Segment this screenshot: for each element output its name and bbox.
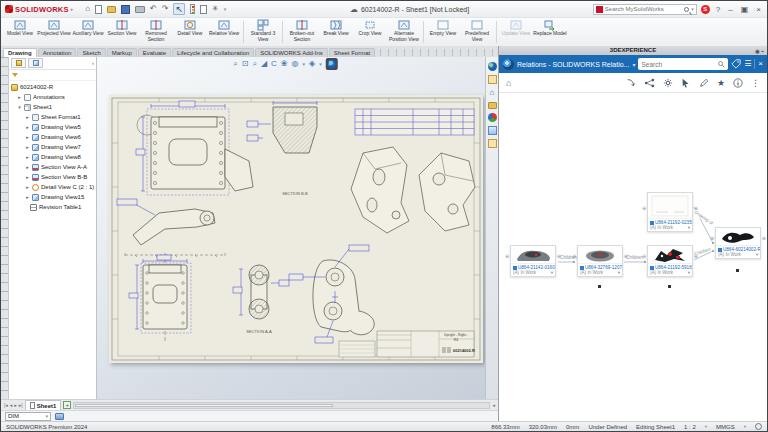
last-sheet-button[interactable]: ▸|: [19, 402, 23, 408]
select-tool-button[interactable]: ↖: [173, 3, 185, 15]
relation-node-1[interactable]: ⊕ ⊕ U864-21142-01605 (A) In Work▾: [510, 245, 556, 277]
home-icon[interactable]: ⌂: [506, 77, 511, 89]
first-sheet-button[interactable]: |◂: [4, 402, 8, 408]
more-options-kebab-icon[interactable]: ⋮: [751, 77, 760, 89]
broken-out-section-button[interactable]: Broken-out Section: [285, 18, 319, 46]
close-button[interactable]: ×: [754, 5, 763, 14]
tree-item-section-view-aa[interactable]: ▸Section View A-A: [9, 162, 96, 172]
favorite-star-icon[interactable]: ★: [717, 77, 725, 89]
select-cursor-icon[interactable]: [681, 78, 691, 88]
standard-3-view-button[interactable]: Standard 3 View: [246, 18, 280, 46]
help-button[interactable]: ?: [714, 5, 722, 14]
expand-icon[interactable]: ▸: [25, 174, 30, 180]
info-icon[interactable]: [733, 78, 743, 88]
tree-item-drawing-view7[interactable]: ▸Drawing View7: [9, 142, 96, 152]
3dexperience-toggle-button[interactable]: [326, 58, 338, 70]
minimize-button[interactable]: –: [726, 5, 734, 14]
rebuild-button[interactable]: [190, 4, 195, 14]
propertymanager-tab[interactable]: [28, 58, 43, 68]
panel-expand-icon[interactable]: ›: [92, 60, 94, 66]
tree-item-section-view-bb[interactable]: ▸Section View B-B: [9, 172, 96, 182]
custom-properties-icon[interactable]: [488, 139, 497, 148]
options-button[interactable]: ✳: [212, 5, 219, 13]
tree-item-drawing-view8[interactable]: ▸Drawing View8: [9, 152, 96, 162]
tree-item-annotations[interactable]: ▸Annotations: [9, 92, 96, 102]
dimension-palette-icon[interactable]: [55, 413, 64, 420]
zoom-to-area-icon[interactable]: ⊡: [242, 59, 249, 69]
node-port-right-icon[interactable]: ⊕: [694, 205, 698, 211]
edit-pencil-icon[interactable]: [699, 78, 709, 88]
user-avatar[interactable]: S: [701, 5, 710, 14]
expand-icon[interactable]: ▸: [25, 124, 30, 130]
graphics-area[interactable]: ⌕ ⊡ ⌕ ◢ C ❀ ◍▾ ◈▾: [97, 57, 498, 399]
tree-item-detail-view-c[interactable]: ▸Detail View C (2 : 1): [9, 182, 96, 192]
open-button[interactable]: [107, 6, 116, 13]
tree-item-sheet1[interactable]: ▾Sheet1: [9, 102, 96, 112]
sheet-properties-icon[interactable]: ❀: [281, 59, 288, 69]
scroll-left-icon[interactable]: ◂: [492, 402, 495, 408]
previous-view-icon[interactable]: ⌕: [252, 59, 256, 69]
relations-search-input[interactable]: [641, 61, 716, 68]
detail-view-button[interactable]: Detail View: [173, 18, 207, 46]
tab-annotation[interactable]: Annotation: [38, 48, 77, 57]
auxiliary-view-button[interactable]: Auxiliary View: [71, 18, 105, 46]
node-port-left-icon[interactable]: ⊕: [642, 253, 646, 259]
node-expand-icon[interactable]: ▾: [551, 270, 553, 275]
relation-node-3[interactable]: ⊕ ⊕ U864-21192-02356 (A) In Work▾: [647, 192, 693, 232]
node-port-right-icon[interactable]: ⊕: [624, 253, 628, 259]
tab-lifecycle[interactable]: Lifecycle and Collaboration: [172, 48, 254, 57]
panel-pin-icon[interactable]: ◉ ⌁: [755, 47, 764, 56]
tab-addins[interactable]: SOLIDWORKS Add-Ins: [255, 48, 328, 57]
restore-button[interactable]: ▣: [739, 5, 751, 14]
tab-sketch[interactable]: Sketch: [77, 48, 105, 57]
drawing-sheet[interactable]: SECTION B-B: [109, 95, 483, 363]
tree-item-revision-table1[interactable]: Revision Table1: [9, 202, 96, 212]
expand-icon[interactable]: ▸: [25, 134, 30, 140]
node-expand-icon[interactable]: ▾: [688, 225, 690, 230]
tab-drawing[interactable]: Drawing: [3, 48, 37, 57]
tab-markup[interactable]: Markup: [107, 48, 137, 57]
tree-item-sheet-format1[interactable]: ▸Sheet Format1: [9, 112, 96, 122]
section-view-button[interactable]: Section View: [105, 18, 139, 46]
tag-icon[interactable]: [731, 59, 741, 69]
node-port-left-icon[interactable]: ⊕: [505, 253, 509, 259]
display-style-icon[interactable]: ◍: [292, 59, 299, 69]
sheet-scale[interactable]: 1 : 2: [684, 424, 696, 430]
undo-button[interactable]: ↶: [150, 5, 157, 13]
node-expand-icon[interactable]: ▾: [688, 270, 690, 275]
hide-show-items-icon[interactable]: ◈: [309, 59, 315, 69]
expand-icon[interactable]: ▸: [25, 154, 30, 160]
rotate-view-icon[interactable]: C: [271, 59, 277, 69]
solidworks-resources-icon[interactable]: [488, 75, 497, 84]
node-expand-icon[interactable]: ▾: [618, 270, 620, 275]
add-sheet-button[interactable]: +: [63, 401, 71, 409]
logo-menu-arrow-icon[interactable]: ▸: [71, 6, 74, 12]
relation-node-4[interactable]: ⊕ ⊕ U864-21192-59165 (A) In Work▾: [647, 245, 693, 277]
expand-icon[interactable]: ▸: [25, 184, 30, 190]
collapse-icon[interactable]: ▾: [17, 104, 22, 110]
app-switch-chevron-icon[interactable]: ▾: [632, 61, 635, 68]
units-dropdown-icon[interactable]: ▾: [744, 424, 746, 429]
search-magnifier-icon[interactable]: [718, 61, 725, 68]
model-view-button[interactable]: Model View: [3, 18, 37, 46]
relations-search[interactable]: [638, 58, 728, 70]
tree-item-drawing-view15[interactable]: ▸Drawing View15: [9, 192, 96, 202]
design-library-icon[interactable]: [488, 102, 497, 109]
prev-sheet-button[interactable]: ◂: [10, 402, 13, 408]
new-document-button[interactable]: [95, 5, 102, 14]
save-button[interactable]: [121, 5, 130, 14]
settings-gear-icon[interactable]: [663, 78, 673, 88]
expand-icon[interactable]: ▸: [25, 144, 30, 150]
scale-dropdown-icon[interactable]: ▾: [705, 424, 707, 429]
search-input[interactable]: [605, 6, 682, 12]
relation-node-5[interactable]: ⊕ ⊕ U864-60214002-R (A) In Work▾: [715, 227, 761, 259]
next-sheet-button[interactable]: ▸: [14, 402, 17, 408]
search-dropdown-icon[interactable]: ▾: [691, 6, 694, 12]
scrollbar-thumb[interactable]: [75, 404, 332, 407]
node-port-left-icon[interactable]: ⊕: [710, 235, 714, 241]
display-style-arrow-icon[interactable]: ▾: [303, 61, 306, 67]
projected-view-button[interactable]: Projected View: [37, 18, 71, 46]
hide-show-arrow-icon[interactable]: ▾: [319, 61, 322, 67]
appearances-icon[interactable]: [488, 113, 497, 122]
search-magnifier-icon[interactable]: [684, 7, 689, 12]
